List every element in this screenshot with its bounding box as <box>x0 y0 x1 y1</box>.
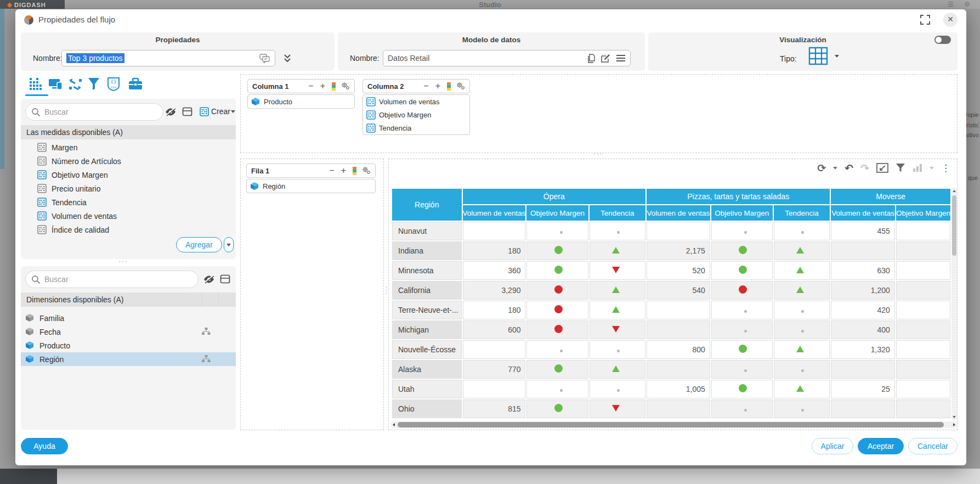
value-cell[interactable] <box>463 222 526 240</box>
menu-icon[interactable]: ☰ <box>948 1 954 8</box>
value-cell[interactable] <box>711 222 773 240</box>
value-cell[interactable] <box>711 281 773 300</box>
rows-drop-area[interactable]: Fila 1 − + Región <box>240 159 384 430</box>
value-cell[interactable] <box>711 320 773 339</box>
measure-item[interactable]: Índice de calidad <box>21 223 236 237</box>
measure-column-header[interactable]: Objetivo Margen <box>711 205 773 221</box>
group-header[interactable]: Moverse <box>831 189 950 204</box>
value-cell[interactable] <box>590 301 646 319</box>
value-cell[interactable]: 1,320 <box>831 340 894 359</box>
value-cell[interactable] <box>647 360 710 379</box>
value-cell[interactable]: 3,290 <box>463 281 526 300</box>
value-cell[interactable]: 770 <box>463 360 526 379</box>
measure-column-header[interactable]: Tendencia <box>590 205 646 221</box>
add-measure-button[interactable]: Agregar <box>176 237 234 252</box>
value-cell[interactable] <box>896 340 950 359</box>
value-cell[interactable] <box>896 241 950 260</box>
palette-icon[interactable] <box>353 167 356 175</box>
measures-search[interactable] <box>25 103 163 121</box>
value-cell[interactable] <box>774 399 830 418</box>
axis-item[interactable]: Región <box>247 179 375 193</box>
help-button[interactable]: Ayuda <box>21 438 68 454</box>
expand-properties-icon[interactable] <box>283 53 292 63</box>
value-cell[interactable] <box>774 320 830 339</box>
chart-dropdown-caret[interactable] <box>930 167 934 170</box>
edit-icon[interactable] <box>601 54 610 63</box>
tab-data[interactable] <box>29 77 44 92</box>
measure-item[interactable]: Precio unitario <box>21 182 236 195</box>
value-cell[interactable] <box>590 241 646 260</box>
value-cell[interactable] <box>590 340 646 359</box>
tab-devices[interactable] <box>48 77 64 92</box>
add-measure-label[interactable]: Agregar <box>176 237 222 252</box>
value-cell[interactable]: 520 <box>647 261 710 280</box>
measure-column-header[interactable]: Volumen de ventas <box>463 205 526 221</box>
scroll-down-arrow[interactable] <box>953 416 956 418</box>
value-cell[interactable]: 180 <box>463 301 526 319</box>
region-cell[interactable]: Minnesota <box>392 261 462 280</box>
value-cell[interactable] <box>526 320 588 339</box>
axis-settings-icon[interactable] <box>341 82 350 91</box>
value-cell[interactable] <box>590 399 646 418</box>
value-cell[interactable]: 630 <box>831 261 894 280</box>
settings-icon[interactable]: ⚙ <box>964 1 970 8</box>
value-cell[interactable] <box>711 360 773 379</box>
group-header[interactable]: Ópera <box>463 189 646 204</box>
value-cell[interactable] <box>463 340 526 359</box>
collapse-all-icon[interactable] <box>182 107 192 116</box>
remove-level-icon[interactable]: − <box>423 82 428 91</box>
value-cell[interactable] <box>647 301 710 319</box>
scroll-up-arrow[interactable] <box>953 190 956 192</box>
measure-item[interactable]: Volumen de ventas <box>21 209 236 223</box>
copy-document-icon[interactable] <box>587 54 596 64</box>
dimension-item[interactable]: Familia <box>21 311 236 325</box>
region-cell[interactable]: Utah <box>392 380 462 398</box>
axis-settings-icon[interactable] <box>456 82 465 91</box>
fit-view-icon[interactable] <box>876 163 888 173</box>
hide-unused-icon[interactable] <box>165 107 177 117</box>
region-cell[interactable]: Indiana <box>392 241 462 260</box>
value-cell[interactable]: 455 <box>831 222 894 240</box>
value-cell[interactable] <box>711 380 773 398</box>
axis-item[interactable]: Tendencia <box>363 121 469 134</box>
tab-filter[interactable] <box>87 77 103 92</box>
value-cell[interactable] <box>590 222 646 240</box>
value-cell[interactable] <box>896 380 950 398</box>
measure-column-header[interactable]: Volumen de ventas <box>831 205 894 221</box>
value-cell[interactable]: 25 <box>831 380 894 398</box>
value-cell[interactable] <box>831 241 894 260</box>
scroll-right-arrow[interactable] <box>953 423 955 426</box>
more-options-icon[interactable]: ⋮ <box>941 162 950 173</box>
horizontal-scroll-thumb[interactable] <box>398 422 944 427</box>
measure-column-header[interactable]: Objetivo Margen <box>526 205 588 221</box>
value-cell[interactable] <box>774 261 830 280</box>
value-cell[interactable] <box>526 399 588 418</box>
vertical-scroll-thumb[interactable] <box>952 195 956 256</box>
value-cell[interactable] <box>526 281 588 300</box>
dimensions-search-input[interactable] <box>44 272 165 287</box>
value-cell[interactable] <box>526 340 588 359</box>
refresh-icon[interactable]: ⟳ <box>817 162 826 173</box>
dimension-item[interactable]: Región <box>21 352 236 366</box>
horizontal-scrollbar[interactable] <box>391 421 957 428</box>
value-cell[interactable] <box>774 281 830 300</box>
value-cell[interactable] <box>831 399 894 418</box>
add-level-icon[interactable]: + <box>341 166 346 175</box>
apply-button[interactable]: Aplicar <box>812 438 853 454</box>
value-cell[interactable] <box>774 222 830 240</box>
value-cell[interactable] <box>896 320 950 339</box>
value-cell[interactable] <box>526 261 588 280</box>
value-cell[interactable]: 1,200 <box>831 281 894 300</box>
value-cell[interactable] <box>526 222 588 240</box>
value-cell[interactable] <box>774 241 830 260</box>
value-cell[interactable] <box>774 360 830 379</box>
value-cell[interactable] <box>590 261 646 280</box>
remove-level-icon[interactable]: − <box>329 166 334 175</box>
measure-column-header[interactable]: Objetivo Margen <box>896 205 950 221</box>
value-cell[interactable] <box>711 399 773 418</box>
value-cell[interactable] <box>896 399 950 418</box>
dimension-item[interactable]: Fecha <box>21 325 236 339</box>
value-cell[interactable]: 180 <box>463 241 526 260</box>
dimensions-search[interactable] <box>25 271 199 288</box>
measure-item[interactable]: Margen <box>21 140 236 154</box>
